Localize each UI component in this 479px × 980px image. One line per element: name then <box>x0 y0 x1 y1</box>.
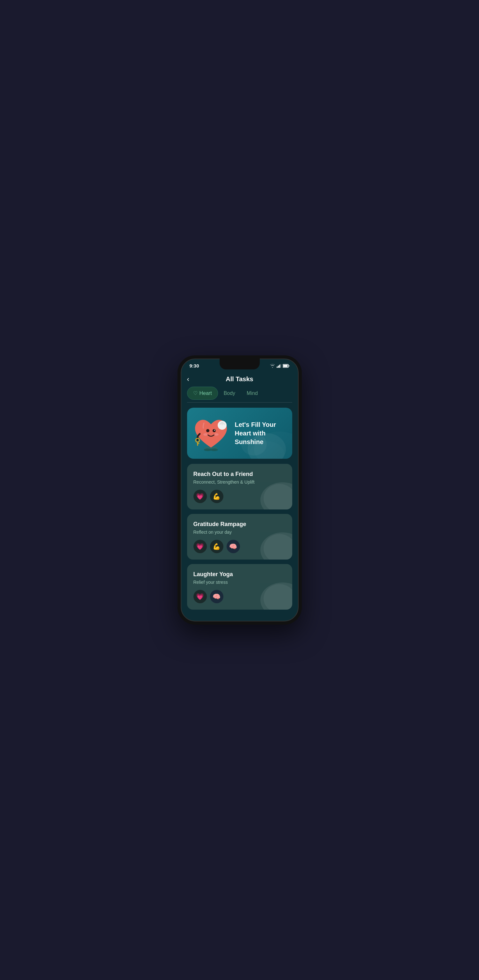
mind-emoji-icon-g: 🧠 <box>229 542 237 550</box>
svg-point-10 <box>214 430 215 431</box>
heart-mascot-svg <box>192 414 230 455</box>
tab-heart-label: Heart <box>200 390 212 396</box>
mind-emoji-icon-l: 🧠 <box>213 593 220 600</box>
svg-point-28 <box>260 582 292 609</box>
task-icon-mind-l: 🧠 <box>210 590 224 603</box>
back-button[interactable]: ‹ <box>187 376 189 383</box>
task-card-reach-out[interactable]: Reach Out to a Friend Reconnect, Strengt… <box>187 464 292 509</box>
task-icon-mind-g: 🧠 <box>227 540 240 553</box>
svg-point-12 <box>214 433 219 436</box>
svg-point-27 <box>260 533 292 560</box>
svg-point-11 <box>203 433 208 436</box>
svg-point-23 <box>210 449 218 451</box>
status-icons <box>270 364 290 368</box>
card-bg-decoration <box>254 477 292 509</box>
battery-icon <box>283 364 290 368</box>
tab-body-label: Body <box>224 390 235 396</box>
tab-mind[interactable]: Mind <box>241 387 263 399</box>
task-card-gratitude[interactable]: Gratitude Rampage Reflect on your day 💗 … <box>187 514 292 560</box>
notch <box>220 359 260 369</box>
task-icon-muscle-g: 💪 <box>210 540 224 553</box>
hero-card-text: Let's Fill Your Heart with Sunshine <box>232 414 292 453</box>
tab-body[interactable]: Body <box>218 387 241 399</box>
heart-emoji-icon-l: 💗 <box>196 593 204 600</box>
tab-divider <box>187 402 292 402</box>
card-bg-decoration-2 <box>254 528 292 560</box>
signal-icon <box>277 364 281 368</box>
heart-tab-icon: ♡ <box>193 390 198 396</box>
task-icon-heart-l: 💗 <box>194 590 207 603</box>
task-icons-gratitude: 💗 💪 🧠 <box>194 540 286 553</box>
task-icon-heart-g: 💗 <box>194 540 207 553</box>
task-title-gratitude: Gratitude Rampage <box>194 521 286 528</box>
header: ‹ All Tasks <box>181 371 299 387</box>
card-bg-decoration-3 <box>254 578 292 609</box>
svg-rect-3 <box>281 364 281 368</box>
svg-rect-0 <box>277 366 278 368</box>
task-title-laughter: Laughter Yoga <box>194 571 286 578</box>
wifi-icon <box>270 364 275 368</box>
screen: ‹ All Tasks ♡ Heart Body Mind <box>181 371 299 616</box>
hero-mascot <box>187 411 232 455</box>
muscle-emoji-icon-g: 💪 <box>213 542 220 550</box>
task-icon-heart: 💗 <box>194 490 207 503</box>
heart-emoji-icon-g: 💗 <box>196 542 204 550</box>
svg-rect-1 <box>278 366 279 368</box>
page-title: All Tasks <box>226 375 253 383</box>
phone-frame: 9:30 ‹ <box>178 355 302 625</box>
heart-emoji-icon: 💗 <box>196 493 204 500</box>
task-icons-reach-out: 💗 💪 <box>194 490 286 503</box>
tab-heart[interactable]: ♡ Heart <box>187 387 218 400</box>
task-title-reach-out: Reach Out to a Friend <box>194 471 286 477</box>
tab-mind-label: Mind <box>247 390 258 396</box>
muscle-emoji-icon: 💪 <box>213 493 220 500</box>
svg-rect-6 <box>283 364 287 367</box>
hero-card[interactable]: Let's Fill Your Heart with Sunshine <box>187 408 292 459</box>
svg-rect-5 <box>289 365 289 366</box>
svg-point-9 <box>213 430 216 432</box>
svg-point-26 <box>260 482 292 509</box>
task-card-laughter[interactable]: Laughter Yoga Relief your stress 💗 🧠 <box>187 564 292 609</box>
task-icons-laughter: 💗 🧠 <box>194 590 286 603</box>
svg-rect-2 <box>279 364 280 368</box>
tab-bar: ♡ Heart Body Mind <box>181 387 299 400</box>
task-icon-muscle: 💪 <box>210 490 224 503</box>
status-time: 9:30 <box>190 363 199 369</box>
